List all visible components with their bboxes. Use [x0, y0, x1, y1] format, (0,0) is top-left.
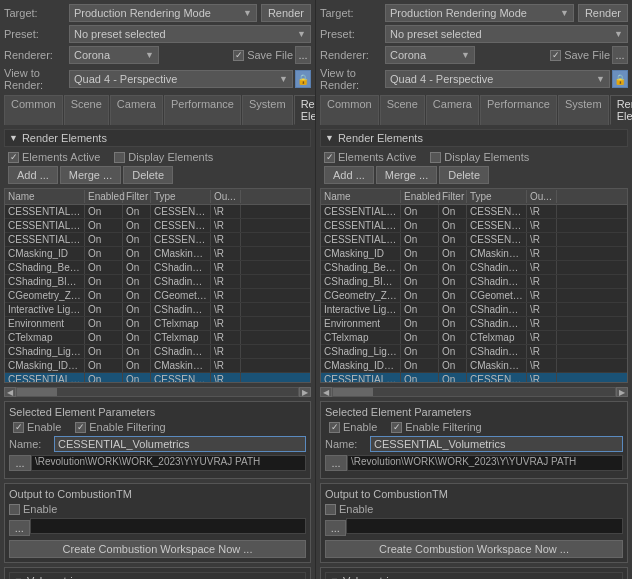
table-row[interactable]: CShading_LightS...OnOnCShading_Lig...\R — [321, 345, 627, 359]
display-elements-label[interactable]: Display Elements — [430, 151, 529, 163]
display-elements-checkbox[interactable] — [430, 152, 441, 163]
output-enable-label[interactable]: Enable — [325, 503, 623, 515]
action-btn-1[interactable]: Merge ... — [60, 166, 121, 184]
preset-dropdown[interactable]: No preset selected ▼ — [385, 25, 628, 43]
tab-system[interactable]: System — [242, 95, 293, 125]
elements-active-label[interactable]: Elements Active — [324, 151, 416, 163]
target-dropdown[interactable]: Production Rendering Mode ▼ — [385, 4, 574, 22]
elements-active-checkbox[interactable] — [8, 152, 19, 163]
tab-camera[interactable]: Camera — [426, 95, 479, 125]
enable-filtering-label[interactable]: Enable Filtering — [75, 421, 165, 433]
output-path-btn[interactable]: ... — [9, 520, 30, 536]
action-btn-0[interactable]: Add ... — [8, 166, 58, 184]
tab-system[interactable]: System — [558, 95, 609, 125]
output-enable-label[interactable]: Enable — [9, 503, 306, 515]
table-row[interactable]: EnvironmentOnOnCTelxmap\R — [5, 317, 310, 331]
display-elements-checkbox[interactable] — [114, 152, 125, 163]
enable-filtering-label[interactable]: Enable Filtering — [391, 421, 481, 433]
action-btn-2[interactable]: Delete — [439, 166, 489, 184]
section-collapse-arrow[interactable]: ▼ — [325, 133, 334, 143]
scrollbar-track[interactable] — [16, 387, 299, 397]
action-btn-1[interactable]: Merge ... — [376, 166, 437, 184]
tab-render-elements[interactable]: Render Elements — [610, 95, 632, 125]
table-row[interactable]: CMasking_ID001OnOnCMasking_ID\R — [5, 359, 310, 373]
table-row[interactable]: CShading_LightS...OnOnCShading_Lig...\R — [5, 345, 310, 359]
table-row[interactable]: CESSENTIAL_Vol...OnOnCESSENTIAL_....\R — [321, 373, 627, 383]
tab-performance[interactable]: Performance — [164, 95, 241, 125]
path-browse-button[interactable]: ... — [325, 455, 347, 471]
table-row[interactable]: CShading_BeautyOnOnCShading_Be...\R — [321, 261, 627, 275]
scrollbar-track[interactable] — [332, 387, 616, 397]
tab-performance[interactable]: Performance — [480, 95, 557, 125]
save-file-checkbox[interactable] — [233, 50, 244, 61]
scroll-left-arrow[interactable]: ◀ — [320, 387, 332, 397]
view-to-render-dropdown[interactable]: Quad 4 - Perspective ▼ — [69, 70, 293, 88]
table-row[interactable]: CESSENTIAL_Re...OnOnCESSENTIAL_....\R — [5, 233, 310, 247]
table-row[interactable]: CShading_Bloom...OnOnCShading_Blo...\R — [5, 275, 310, 289]
create-combustion-button[interactable]: Create Combustion Workspace Now ... — [9, 540, 306, 558]
scroll-right-arrow[interactable]: ▶ — [616, 387, 628, 397]
output-enable-checkbox[interactable] — [325, 504, 336, 515]
table-row[interactable]: CESSENTIAL_Dir...OnOnCESSENTIAL_....\R — [5, 205, 310, 219]
path-browse-button[interactable]: ... — [9, 455, 31, 471]
create-combustion-button[interactable]: Create Combustion Workspace Now ... — [325, 540, 623, 558]
output-path-btn[interactable]: ... — [325, 520, 346, 536]
render-elements-table[interactable]: NameEnabledFilterTypeOu...CESSENTIAL_Dir… — [320, 188, 628, 383]
elements-active-checkbox[interactable] — [324, 152, 335, 163]
table-row[interactable]: CESSENTIAL_Re...OnOnCESSENTIAL_....\R — [321, 233, 627, 247]
enable-label[interactable]: Enable — [329, 421, 377, 433]
tab-common[interactable]: Common — [320, 95, 379, 125]
table-row[interactable]: CGeometry_ZDe...OnOnCGeometry_Z...\R — [5, 289, 310, 303]
output-path-input[interactable] — [30, 518, 306, 534]
table-row[interactable]: CTelxmapOnOnCTelxmap\R — [5, 331, 310, 345]
table-row[interactable]: CESSENTIAL_Vol...OnOnCESSENTIAL_....\R — [5, 373, 310, 383]
scroll-right-arrow[interactable]: ▶ — [299, 387, 311, 397]
save-file-checkbox[interactable] — [550, 50, 561, 61]
enable-checkbox[interactable] — [13, 422, 24, 433]
table-row[interactable]: CESSENTIAL_Dir...OnOnCESSENTIAL_....\R — [321, 205, 627, 219]
save-file-label[interactable]: Save File — [233, 49, 293, 61]
action-btn-0[interactable]: Add ... — [324, 166, 374, 184]
enable-filtering-checkbox[interactable] — [391, 422, 402, 433]
table-row[interactable]: CMasking_IDOnOnCMasking_ID\R — [5, 247, 310, 261]
table-row[interactable]: Interactive Light...OnOnCShading_Lig...\… — [5, 303, 310, 317]
renderer-dropdown[interactable]: Corona ▼ — [385, 46, 475, 64]
elements-active-label[interactable]: Elements Active — [8, 151, 100, 163]
table-row[interactable]: CGeometry_ZDe...OnOnCGeometry_Z...\R — [321, 289, 627, 303]
enable-label[interactable]: Enable — [13, 421, 61, 433]
table-row[interactable]: CESSENTIAL_In...OnOnCESSENTIAL_....\R — [321, 219, 627, 233]
dots-button[interactable]: ... — [295, 46, 311, 64]
tab-camera[interactable]: Camera — [110, 95, 163, 125]
table-row[interactable]: CShading_BeautyOnOnCShading_Blo...\R — [5, 261, 310, 275]
table-row[interactable]: CShading_Bloom...OnOnCShading_Blo...\R — [321, 275, 627, 289]
lock-icon[interactable]: 🔒 — [295, 70, 311, 88]
scroll-left-arrow[interactable]: ◀ — [4, 387, 16, 397]
output-enable-checkbox[interactable] — [9, 504, 20, 515]
action-btn-2[interactable]: Delete — [123, 166, 173, 184]
tab-common[interactable]: Common — [4, 95, 63, 125]
renderer-dropdown[interactable]: Corona ▼ — [69, 46, 159, 64]
name-param-input[interactable] — [370, 436, 623, 452]
target-dropdown[interactable]: Production Rendering Mode ▼ — [69, 4, 257, 22]
table-row[interactable]: CTelxmapOnOnCTelxmap\R — [321, 331, 627, 345]
enable-checkbox[interactable] — [329, 422, 340, 433]
dots-button[interactable]: ... — [612, 46, 628, 64]
save-file-label[interactable]: Save File — [550, 49, 610, 61]
name-param-input[interactable] — [54, 436, 306, 452]
table-row[interactable]: Interactive Light...OnOnCShading_Lig...\… — [321, 303, 627, 317]
render-elements-table[interactable]: NameEnabledFilterTypeOu...CESSENTIAL_Dir… — [4, 188, 311, 383]
render-button[interactable]: Render — [578, 4, 628, 22]
section-collapse-arrow[interactable]: ▼ — [9, 133, 18, 143]
display-elements-label[interactable]: Display Elements — [114, 151, 213, 163]
preset-dropdown[interactable]: No preset selected ▼ — [69, 25, 311, 43]
table-row[interactable]: CMasking_IDOnOnCMasking_ID\R — [321, 247, 627, 261]
render-button[interactable]: Render — [261, 4, 311, 22]
view-to-render-dropdown[interactable]: Quad 4 - Perspective ▼ — [385, 70, 610, 88]
table-row[interactable]: CESSENTIAL_In...OnOnCESSENTIAL_....\R — [5, 219, 310, 233]
tab-render-elements[interactable]: Render Elements — [294, 95, 316, 125]
lock-icon[interactable]: 🔒 — [612, 70, 628, 88]
tab-scene[interactable]: Scene — [380, 95, 425, 125]
enable-filtering-checkbox[interactable] — [75, 422, 86, 433]
table-row[interactable]: EnvironmentOnOnCShading_Lig...\R — [321, 317, 627, 331]
tab-scene[interactable]: Scene — [64, 95, 109, 125]
